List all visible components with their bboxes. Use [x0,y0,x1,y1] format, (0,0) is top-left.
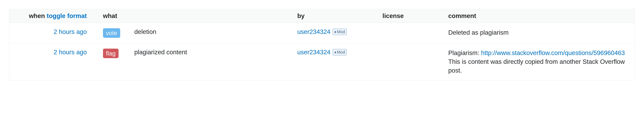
header-when-label: when [29,12,45,19]
moderator-badge: ♦Mod [332,29,347,35]
revision-history-table: when toggle format what by license comme… [9,9,635,80]
diamond-icon: ♦ [334,30,336,34]
header-what: what [99,9,293,23]
table-row: 2 hours agovotedeletionuser234324♦ModDel… [9,23,635,43]
action-badge: flag [103,49,119,58]
header-license: license [378,9,444,23]
user-link[interactable]: user234324 [297,28,330,35]
action-description: deletion [134,28,156,35]
header-when: when toggle format [9,9,99,23]
table-row: 2 hours agoflagplagiarized contentuser23… [9,43,635,80]
comment-text-segment: Plagiarism: [448,49,481,56]
cell-when: 2 hours ago [9,43,99,80]
user-link[interactable]: user234324 [297,49,330,56]
moderator-badge-text: Mod [337,29,345,34]
table-header-row: when toggle format what by license comme… [9,9,635,23]
cell-by: user234324♦Mod [293,43,378,80]
comment-text-segment: Deleted as plagiarism [448,29,509,36]
comment-link[interactable]: http://www.stackoverflow.com/questions/5… [481,49,625,56]
header-comment: comment [444,9,635,23]
action-description: plagiarized content [134,49,187,56]
action-badge: vote [103,28,120,38]
diamond-icon: ♦ [334,50,336,55]
cell-what: votedeletion [99,23,293,43]
moderator-badge-text: Mod [337,50,345,55]
cell-license [378,23,444,43]
cell-license [378,43,444,80]
cell-by: user234324♦Mod [293,23,378,43]
comment-text-segment: This is content was directly copied from… [448,58,625,74]
toggle-format-link[interactable]: toggle format [47,12,87,19]
moderator-badge: ♦Mod [332,49,347,56]
cell-what: flagplagiarized content [99,43,293,80]
revision-time-link[interactable]: 2 hours ago [54,28,87,35]
cell-comment: Plagiarism: http://www.stackoverflow.com… [444,43,635,80]
cell-when: 2 hours ago [9,23,99,43]
cell-comment: Deleted as plagiarism [444,23,635,43]
header-by: by [293,9,378,23]
revision-time-link[interactable]: 2 hours ago [54,49,87,56]
